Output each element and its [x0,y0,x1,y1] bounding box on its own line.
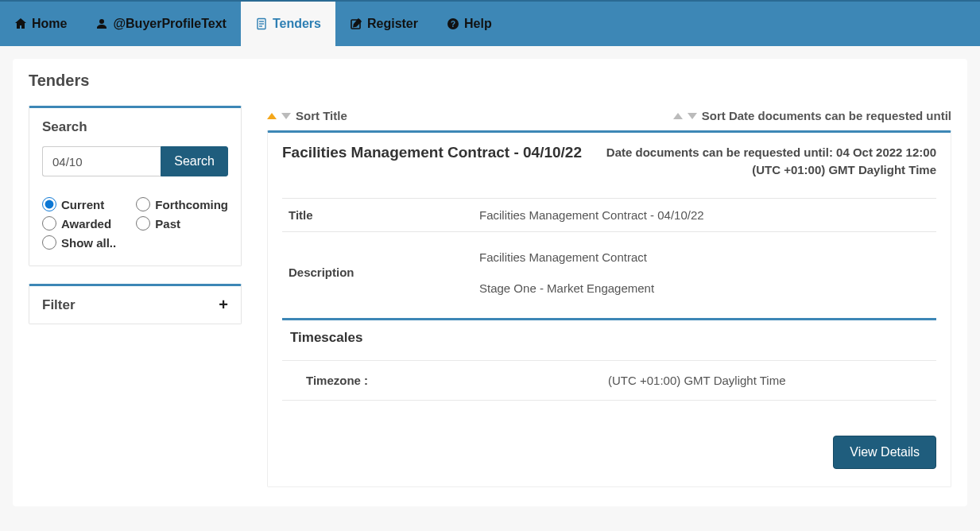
sort-title-label: Sort Title [296,109,347,122]
detail-table: Title Facilities Management Contract - 0… [282,198,936,313]
radio-showall[interactable]: Show all.. [42,234,128,251]
radio-awarded[interactable]: Awarded [42,215,128,232]
radio-current[interactable]: Current [42,196,128,213]
radio-past-input[interactable] [136,216,150,231]
radio-forthcoming-input[interactable] [136,197,150,211]
view-details-button[interactable]: View Details [833,436,936,469]
nav-help-label: Help [464,17,492,31]
sort-date-desc-icon [688,113,697,119]
sort-title-asc-icon [267,113,277,119]
nav-tenders[interactable]: Tenders [241,2,335,46]
search-panel: Search Search Current Forthcoming [29,106,242,266]
results-area: Sort Title Sort Date documents can be re… [267,106,951,487]
timezone-label: Timezone : [306,374,608,387]
svg-text:?: ? [451,20,455,29]
radio-past-label: Past [155,217,180,231]
search-filter-options: Current Forthcoming Awarded Past [42,196,228,251]
radio-current-input[interactable] [42,197,56,211]
radio-awarded-input[interactable] [42,216,56,231]
nav-buyer-label: @BuyerProfileText [113,17,226,31]
detail-desc-label: Description [282,231,473,313]
timescales-section: Timescales Timezone : (UTC +01:00) GMT D… [282,318,936,401]
radio-forthcoming-label: Forthcoming [155,198,228,211]
detail-title-value: Facilities Management Contract - 04/10/2… [473,198,936,231]
sort-by-title[interactable]: Sort Title [267,109,347,122]
search-button[interactable]: Search [161,146,228,176]
tender-result-card: Facilities Management Contract - 04/10/2… [267,130,951,487]
search-panel-title: Search [42,119,228,135]
result-meta-tz: (UTC +01:00) GMT Daylight Time [606,161,936,179]
sidebar: Search Search Current Forthcoming [29,106,242,487]
detail-row-description: Description Facilities Management Contra… [282,231,936,313]
home-icon [14,17,27,30]
filter-label: Filter [42,297,76,313]
top-navigation: Home @BuyerProfileText Tenders Register … [0,0,980,46]
radio-current-label: Current [61,198,104,211]
plus-icon: + [219,296,228,314]
timescales-heading: Timescales [282,330,936,346]
detail-desc-line2: Stage One - Market Engagement [479,273,930,304]
search-input[interactable] [42,146,161,176]
radio-awarded-label: Awarded [61,217,111,231]
sort-date-label: Sort Date documents can be requested unt… [702,109,951,122]
detail-desc-value: Facilities Management Contract Stage One… [473,231,936,313]
nav-help[interactable]: ? Help [432,2,506,46]
result-meta-date: Date documents can be requested until: 0… [606,144,936,161]
detail-desc-line1: Facilities Management Contract [479,242,930,273]
sort-by-date[interactable]: Sort Date documents can be requested unt… [673,109,951,122]
help-icon: ? [447,17,459,30]
detail-row-title: Title Facilities Management Contract - 0… [282,198,936,231]
result-meta: Date documents can be requested until: 0… [606,144,936,179]
detail-title-label: Title [282,198,473,231]
timezone-row: Timezone : (UTC +01:00) GMT Daylight Tim… [282,360,936,401]
filter-panel[interactable]: Filter + [29,284,242,324]
page-title: Tenders [29,72,951,90]
nav-register[interactable]: Register [335,2,432,46]
sort-title-desc-icon [281,113,291,119]
nav-home[interactable]: Home [0,2,81,46]
sort-bar: Sort Title Sort Date documents can be re… [267,106,951,130]
nav-register-label: Register [367,17,418,31]
nav-buyer-profile[interactable]: @BuyerProfileText [81,2,240,46]
radio-past[interactable]: Past [136,215,228,232]
user-icon [95,17,108,30]
nav-home-label: Home [32,17,67,31]
nav-tenders-label: Tenders [273,17,321,31]
radio-showall-label: Show all.. [61,236,116,250]
main-container: Tenders Search Search Current Forthcomin… [13,59,967,506]
sort-date-asc-icon [673,113,683,119]
radio-showall-input[interactable] [42,235,56,250]
radio-forthcoming[interactable]: Forthcoming [136,196,228,213]
result-title: Facilities Management Contract - 04/10/2… [282,144,582,179]
timezone-value: (UTC +01:00) GMT Daylight Time [608,374,786,387]
document-icon [255,17,268,30]
edit-icon [350,17,362,30]
